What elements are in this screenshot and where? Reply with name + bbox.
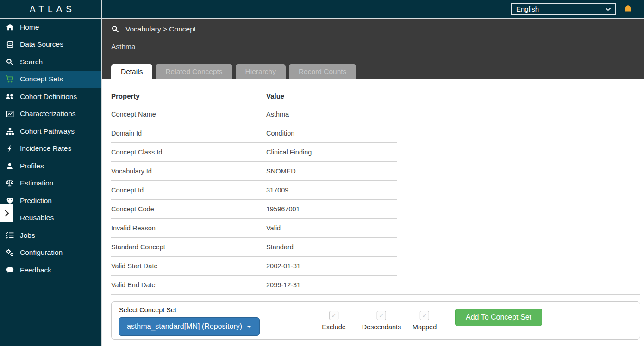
tab-bar: Details Related Concepts Hierarchy Recor… bbox=[111, 64, 644, 79]
mapped-checkbox-label: Mapped bbox=[413, 323, 437, 331]
table-header-row: Property Value bbox=[111, 88, 397, 105]
sidebar-item-data-sources[interactable]: Data Sources bbox=[0, 36, 101, 54]
property-cell: Invalid Reason bbox=[111, 219, 266, 238]
column-header-property: Property bbox=[111, 88, 266, 105]
breadcrumb: Vocabulary > Concept bbox=[111, 25, 644, 33]
concept-details-table: Property Value Concept NameAsthma Domain… bbox=[111, 88, 397, 294]
details-content: Property Value Concept NameAsthma Domain… bbox=[102, 79, 644, 346]
home-icon bbox=[5, 23, 15, 32]
sidebar-item-profiles[interactable]: Profiles bbox=[0, 157, 101, 175]
sidebar-item-label: Jobs bbox=[20, 231, 35, 240]
sidebar-item-characterizations[interactable]: Characterizations bbox=[0, 105, 101, 123]
language-select-wrap: English bbox=[511, 3, 616, 15]
add-to-concept-set-button[interactable]: Add To Concept Set bbox=[455, 309, 542, 326]
topbar: English bbox=[102, 0, 644, 19]
tab-record-counts[interactable]: Record Counts bbox=[289, 64, 356, 79]
descendants-checkbox[interactable]: ✓ bbox=[377, 311, 386, 320]
table-row: Valid Start Date2002-01-31 bbox=[111, 257, 397, 276]
value-cell: Asthma bbox=[266, 105, 397, 124]
sidebar-item-cohort-definitions[interactable]: Cohort Definitions bbox=[0, 88, 101, 105]
shopping-cart-icon bbox=[5, 74, 15, 84]
tab-details[interactable]: Details bbox=[111, 64, 152, 79]
exclude-checkbox[interactable]: ✓ bbox=[329, 311, 338, 320]
value-cell: Condition bbox=[266, 124, 397, 143]
language-select[interactable]: English bbox=[511, 3, 616, 15]
sidebar-nav: Home Data Sources Search Concept Sets bbox=[0, 19, 101, 279]
search-icon bbox=[111, 25, 119, 33]
sidebar-item-label: Incidence Rates bbox=[20, 144, 71, 153]
sidebar-item-label: Prediction bbox=[20, 197, 52, 205]
table-row: Domain IdCondition bbox=[111, 124, 397, 143]
sidebar-collapse-button[interactable] bbox=[0, 204, 13, 222]
mapped-checkbox[interactable]: ✓ bbox=[420, 311, 429, 320]
notifications-bell-icon[interactable] bbox=[623, 4, 633, 14]
line-chart-icon bbox=[5, 109, 15, 118]
sidebar-item-label: Concept Sets bbox=[20, 75, 63, 83]
property-cell: Concept Id bbox=[111, 181, 266, 200]
sidebar-item-label: Cohort Pathways bbox=[20, 127, 75, 136]
sidebar-item-search[interactable]: Search bbox=[0, 53, 101, 71]
table-row: Concept Class IdClinical Finding bbox=[111, 143, 397, 162]
sidebar: ATLAS Home Data Sources Search bbox=[0, 0, 102, 346]
table-row: Standard ConceptStandard bbox=[111, 238, 397, 257]
table-row: Concept NameAsthma bbox=[111, 105, 397, 124]
value-cell: Valid bbox=[266, 219, 397, 238]
table-row: Vocabulary IdSNOMED bbox=[111, 162, 397, 181]
sidebar-item-label: Estimation bbox=[20, 179, 53, 187]
database-icon bbox=[5, 40, 15, 49]
sitemap-icon bbox=[5, 127, 15, 136]
checkbox-group-mapped: ✓ Mapped bbox=[413, 311, 437, 331]
concept-set-dropdown-button[interactable]: asthma_standard[MN] (Repository) bbox=[119, 317, 260, 336]
table-row: Invalid ReasonValid bbox=[111, 219, 397, 238]
select-concept-set-label: Select Concept Set bbox=[119, 306, 176, 314]
sidebar-item-label: Data Sources bbox=[20, 40, 63, 49]
property-cell: Valid End Date bbox=[111, 276, 266, 295]
sidebar-item-incidence-rates[interactable]: Incidence Rates bbox=[0, 140, 101, 158]
table-row: Concept Code195967001 bbox=[111, 200, 397, 219]
table-row: Concept Id317009 bbox=[111, 181, 397, 200]
balance-scale-icon bbox=[5, 179, 15, 188]
tab-related-concepts[interactable]: Related Concepts bbox=[156, 64, 232, 79]
chevron-right-icon bbox=[3, 209, 10, 218]
sidebar-item-cohort-pathways[interactable]: Cohort Pathways bbox=[0, 123, 101, 140]
sidebar-item-label: Characterizations bbox=[20, 110, 76, 118]
sidebar-item-reusables[interactable]: Reusables bbox=[0, 210, 101, 227]
caret-down-icon bbox=[247, 326, 251, 328]
property-cell: Vocabulary Id bbox=[111, 162, 266, 181]
sidebar-item-prediction[interactable]: Prediction bbox=[0, 192, 101, 210]
sidebar-item-label: Cohort Definitions bbox=[20, 93, 77, 101]
value-cell: 195967001 bbox=[266, 200, 397, 219]
sidebar-item-label: Home bbox=[20, 23, 39, 31]
property-cell: Domain Id bbox=[111, 124, 266, 143]
column-header-value: Value bbox=[266, 88, 397, 105]
page-header: Vocabulary > Concept Asthma Details Rela… bbox=[102, 19, 644, 79]
sidebar-item-home[interactable]: Home bbox=[0, 19, 101, 36]
sidebar-item-concept-sets[interactable]: Concept Sets bbox=[0, 71, 101, 88]
sidebar-item-jobs[interactable]: Jobs bbox=[0, 227, 101, 244]
property-cell: Concept Code bbox=[111, 200, 266, 219]
concept-set-dropdown-label: asthma_standard[MN] (Repository) bbox=[127, 322, 242, 331]
user-icon bbox=[5, 161, 15, 171]
main-area: English Vocabulary > Concept Asthma Deta… bbox=[102, 0, 644, 346]
sidebar-item-feedback[interactable]: Feedback bbox=[0, 261, 101, 279]
tasks-list-icon bbox=[5, 231, 15, 240]
breadcrumb-text[interactable]: Vocabulary > Concept bbox=[125, 25, 196, 33]
atlas-app: ATLAS Home Data Sources Search bbox=[0, 0, 644, 346]
sidebar-item-label: Search bbox=[20, 58, 43, 66]
descendants-checkbox-label: Descendants bbox=[362, 323, 401, 331]
sidebar-item-estimation[interactable]: Estimation bbox=[0, 175, 101, 192]
tab-hierarchy[interactable]: Hierarchy bbox=[236, 64, 286, 79]
value-cell: 317009 bbox=[266, 181, 397, 200]
property-cell: Standard Concept bbox=[111, 238, 266, 257]
users-icon bbox=[5, 92, 15, 101]
value-cell: 2099-12-31 bbox=[266, 276, 397, 295]
property-cell: Concept Class Id bbox=[111, 143, 266, 162]
checkbox-group-exclude: ✓ Exclude bbox=[322, 311, 346, 331]
bolt-icon bbox=[5, 144, 15, 153]
value-cell: 2002-01-31 bbox=[266, 257, 397, 276]
gears-icon bbox=[5, 248, 15, 257]
search-icon bbox=[5, 57, 15, 67]
sidebar-item-label: Configuration bbox=[20, 248, 63, 257]
sidebar-item-configuration[interactable]: Configuration bbox=[0, 244, 101, 262]
property-cell: Concept Name bbox=[111, 105, 266, 124]
